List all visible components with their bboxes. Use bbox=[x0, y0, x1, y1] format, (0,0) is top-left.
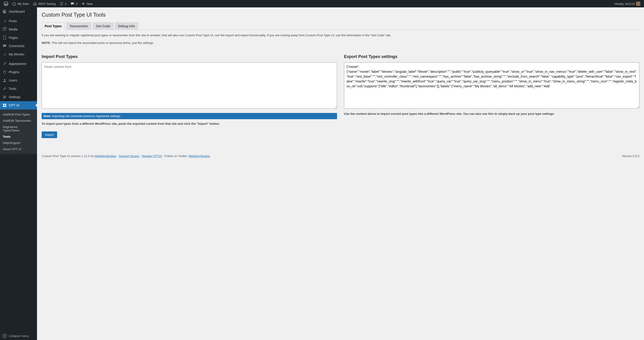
comment-icon bbox=[70, 1, 74, 6]
nav-tabs: Post Types Taxonomies Get Code Debug Inf… bbox=[42, 22, 639, 30]
import-notice: Note: Importing will overwrite previous … bbox=[42, 113, 337, 119]
footer-credits: Custom Post Type UI version 1.12.0 by We… bbox=[42, 154, 210, 158]
dashboard-icon bbox=[2, 9, 7, 14]
my-sites[interactable]: My Sites bbox=[10, 0, 31, 7]
submenu-add-edit-taxonomies[interactable]: Add/Edit Taxonomies bbox=[0, 118, 37, 124]
avatar bbox=[636, 1, 640, 6]
site-name[interactable]: WDS Testing bbox=[31, 0, 58, 7]
plug-icon bbox=[2, 70, 7, 74]
menu-cpt-ui[interactable]: CPT UI bbox=[0, 101, 37, 110]
menu-dashboard[interactable]: Dashboard bbox=[0, 7, 37, 16]
comments[interactable]: 0 bbox=[68, 0, 79, 7]
my-sites-label: My Sites bbox=[18, 2, 29, 5]
export-column: Export Post Types settings {"movie":{"na… bbox=[344, 54, 639, 138]
collapse-icon bbox=[2, 334, 7, 338]
export-textarea[interactable]: {"movie":{"name":"movie","label":"Movies… bbox=[344, 62, 639, 109]
menu-tools[interactable]: Tools bbox=[0, 85, 37, 93]
svg-point-10 bbox=[3, 334, 6, 338]
menu-appearance[interactable]: Appearance bbox=[0, 60, 37, 68]
footer-link-webdev[interactable]: WebDevStudios bbox=[94, 154, 116, 158]
new-label: New bbox=[87, 2, 93, 5]
svg-point-4 bbox=[5, 97, 6, 97]
submenu-tools[interactable]: Tools bbox=[0, 134, 37, 140]
home-icon bbox=[33, 1, 37, 6]
tab-taxonomies[interactable]: Taxonomies bbox=[66, 22, 91, 29]
comment-icon bbox=[2, 44, 7, 48]
import-textarea[interactable] bbox=[42, 62, 337, 109]
pin-icon bbox=[2, 52, 7, 57]
media-icon bbox=[2, 27, 7, 32]
export-heading: Export Post Types settings bbox=[344, 54, 639, 59]
submenu-add-edit-post-types[interactable]: Add/Edit Post Types bbox=[0, 111, 37, 118]
comments-count: 0 bbox=[76, 2, 78, 5]
submenu-about[interactable]: About CPT UI bbox=[0, 146, 37, 152]
footer-version: Version 5.9.3 bbox=[622, 154, 639, 158]
import-help: To import post types from a different Wo… bbox=[42, 122, 337, 126]
page-title: Custom Post Type UI Tools bbox=[42, 10, 639, 19]
howdy-text: Howdy, tw2113 bbox=[614, 2, 635, 5]
menu-comments[interactable]: Comments bbox=[0, 42, 37, 50]
sites-icon bbox=[12, 1, 16, 6]
menu-posts[interactable]: Posts bbox=[0, 17, 37, 25]
tab-debug-info[interactable]: Debug Info bbox=[115, 22, 138, 29]
footer-link-twitter[interactable]: WebDevStudios bbox=[188, 154, 210, 158]
svg-rect-9 bbox=[5, 106, 6, 107]
tab-get-code[interactable]: Get Code bbox=[93, 22, 113, 29]
footer-link-support[interactable]: Support forums bbox=[119, 154, 139, 158]
svg-point-2 bbox=[4, 79, 5, 80]
submenu-cpt-ui: Add/Edit Post Types Add/Edit Taxonomies … bbox=[0, 110, 37, 154]
import-column: Import Post Types Note: Importing will o… bbox=[42, 54, 337, 138]
sliders-icon bbox=[2, 95, 7, 99]
wp-logo[interactable] bbox=[2, 0, 10, 7]
intro-text: If you are wanting to migrate registered… bbox=[42, 33, 639, 38]
svg-rect-6 bbox=[3, 104, 4, 105]
updates-count: 2 bbox=[65, 2, 66, 5]
footer-link-review[interactable]: Review CPTUI bbox=[142, 154, 162, 158]
import-button[interactable]: Import bbox=[42, 131, 57, 138]
svg-point-3 bbox=[4, 96, 4, 97]
menu-media[interactable]: Media bbox=[0, 25, 37, 33]
menu-settings[interactable]: Settings bbox=[0, 93, 37, 101]
import-heading: Import Post Types bbox=[42, 54, 337, 59]
site-name-label: WDS Testing bbox=[38, 2, 56, 5]
content-area: Custom Post Type UI Tools Post Types Tax… bbox=[37, 7, 644, 340]
submenu-help[interactable]: Help/Support bbox=[0, 140, 37, 146]
brush-icon bbox=[2, 61, 7, 66]
cpt-icon bbox=[2, 103, 7, 108]
update-icon bbox=[60, 1, 64, 6]
tab-post-types[interactable]: Post Types bbox=[42, 22, 65, 30]
menu-users[interactable]: Users bbox=[0, 76, 37, 85]
admin-toolbar: My Sites WDS Testing 2 0 New Howdy, tw21… bbox=[0, 0, 644, 7]
collapse-menu[interactable]: Collapse menu bbox=[0, 332, 37, 340]
menu-plugins[interactable]: Plugins bbox=[0, 68, 37, 76]
svg-point-5 bbox=[4, 97, 4, 98]
note-text: NOTE: This will not export the associate… bbox=[42, 41, 639, 45]
menu-pages[interactable]: Pages bbox=[0, 33, 37, 42]
user-icon bbox=[2, 78, 7, 83]
updates[interactable]: 2 bbox=[58, 0, 68, 7]
page-icon bbox=[2, 35, 7, 40]
wordpress-icon bbox=[4, 1, 8, 6]
submenu-registered[interactable]: Registered Types/Taxes bbox=[0, 124, 37, 134]
export-help: Use the content above to import current … bbox=[344, 112, 639, 116]
svg-rect-7 bbox=[5, 104, 6, 105]
wrench-icon bbox=[2, 86, 7, 91]
pin-icon bbox=[2, 19, 7, 23]
howdy[interactable]: Howdy, tw2113 bbox=[612, 0, 642, 7]
footer: Custom Post Type UI version 1.12.0 by We… bbox=[42, 150, 639, 158]
new[interactable]: New bbox=[79, 0, 94, 7]
svg-rect-8 bbox=[3, 106, 4, 107]
menu-my-movies[interactable]: My Movies bbox=[0, 50, 37, 58]
plus-icon bbox=[81, 1, 85, 6]
admin-sidebar: Dashboard Posts Media Pages Comments My … bbox=[0, 7, 37, 340]
